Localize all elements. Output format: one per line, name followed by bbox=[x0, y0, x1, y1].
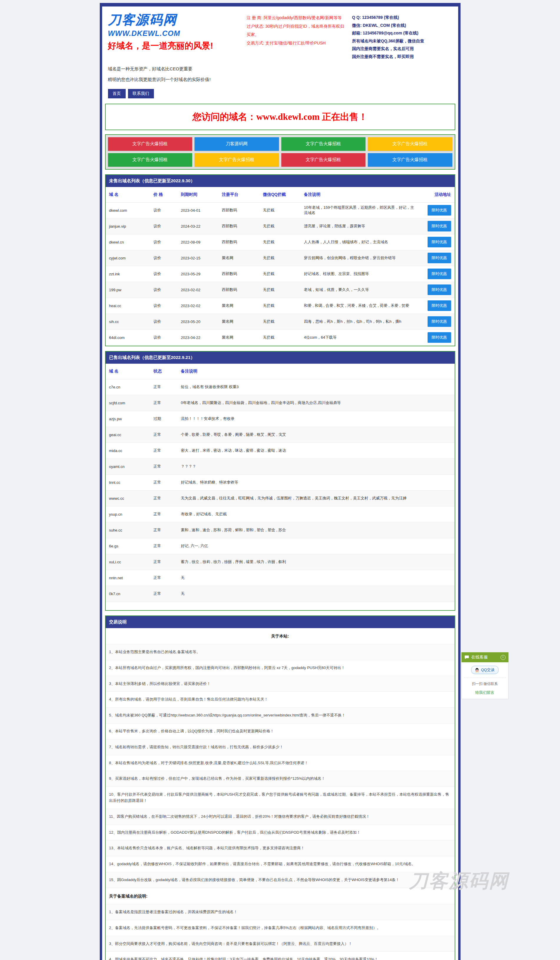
cell-remark: 人人热播，人人日报，绒端绒布，好记，主流域名 bbox=[304, 239, 419, 245]
main-container: 刀客源码网 WWW.DKEWL.COM 好域名，是一道亮丽的风景! 注 册 商:… bbox=[100, 3, 461, 960]
table-row: heai.cc 议价 2023-02-02 聚名网 无拦截 和爱 , 和蔼 , … bbox=[106, 298, 455, 314]
nav-button[interactable]: 联系我们 bbox=[128, 89, 154, 98]
table-row: azjs.pw 过期 流拍！！！！安卓技术，有收录 bbox=[106, 411, 455, 427]
site-description-line: 精明的您也许比我更能意识到一个好域名的实际价值! bbox=[108, 74, 452, 85]
cell-platform: 西部数码 bbox=[222, 271, 263, 277]
trade-note-row: 4、所有出售的域名，请勿用于非法站点，否则后果自负！售出后任何法律问题均与本站无… bbox=[106, 692, 455, 708]
limited-offer-button[interactable]: 限时优惠 bbox=[428, 332, 451, 343]
col-remark: 备注说明 bbox=[181, 369, 451, 374]
ad-slot[interactable]: 文字广告火爆招租 bbox=[195, 153, 279, 167]
cell-remark: 好记域名、特浓奶糖、特浓拿铁等 bbox=[181, 480, 451, 485]
contact-info-line: 所有域名均未被QQ,360屏蔽，微信自查 bbox=[352, 37, 452, 45]
cell-platform: 聚名网 bbox=[222, 335, 263, 340]
cell-platform: 聚名网 bbox=[222, 255, 263, 261]
cell-remark: 无 bbox=[181, 575, 451, 581]
cell-domain: mida.cc bbox=[109, 448, 154, 453]
customer-service-title: 在线客服 bbox=[471, 654, 488, 660]
ad-grid: 文字广告火爆招租 刀客源码网 文字广告火爆招租 文字广告火爆招租 文字广告火爆招… bbox=[105, 134, 455, 170]
qq-chat-button[interactable]: QQ交谈 bbox=[471, 666, 498, 674]
cell-block: 无拦截 bbox=[263, 335, 304, 340]
cell-domain: geai.cc bbox=[109, 433, 154, 437]
registrar-info-line: 过户状态: 30秒内过户到你指定ID，域名终身所有权归买家。 bbox=[247, 22, 347, 39]
table-row: mida.cc 正常 密大 , 迷打 , 米搭 , 密达 , 米达 , 咪达 ,… bbox=[106, 443, 455, 459]
unsold-panel-title: 未售出域名列表（信息已更新至2022.9.30） bbox=[106, 175, 455, 187]
contact-info-line: 邮箱: 123456789@qq.com (常在线) bbox=[352, 29, 452, 37]
limited-offer-button[interactable]: 限时优惠 bbox=[428, 221, 451, 232]
trade-note-row: 2、备案域名，无法提供备案帐号密码，不可更改备案资料，不保证不掉备案！据我们统计… bbox=[106, 920, 455, 936]
registrar-info: 注 册 商: 阿里云/godaddy/西部数码/爱名网/新网等等 过户状态: 3… bbox=[247, 11, 347, 61]
limited-offer-button[interactable]: 限时优惠 bbox=[428, 237, 451, 247]
sold-table-header: 域 名 状态 备注说明 bbox=[106, 364, 455, 379]
ad-slot[interactable]: 文字广告火爆招租 bbox=[108, 137, 193, 151]
trade-note-row: 4、因域名掉备案属不可抗力，域名不退不换，只做补偿！按售出时间：3天内万一掉备案… bbox=[106, 952, 455, 960]
ad-slot[interactable]: 刀客源码网 bbox=[195, 137, 279, 151]
col-platform: 注册平台 bbox=[222, 192, 263, 197]
limited-offer-button[interactable]: 限时优惠 bbox=[428, 300, 451, 311]
ad-slot[interactable]: 文字广告火爆招租 bbox=[368, 137, 452, 151]
table-row: jianjue.vip 议价 2024-03-22 西部数码 无拦截 漂亮屋，评… bbox=[106, 219, 455, 234]
cell-status: 正常 bbox=[154, 400, 181, 405]
trade-note-row: 1、本站业务范围主要是出售自己的域名,备案域名等。 bbox=[106, 644, 455, 660]
table-row: sih.cc 议价 2023-05-20 聚名网 无拦截 四海，思哈，死h，斯h… bbox=[106, 314, 455, 330]
cell-price: 议价 bbox=[154, 319, 181, 324]
cell-remark: 素和 , 速和 , 速合 , 苏和 , 苏荷 , 鲜和 , 塑和 , 塑合 , … bbox=[181, 527, 451, 533]
table-row: c7e.cn 正常 短位，域名有 快速收录权限 权重3 bbox=[106, 379, 455, 395]
contact-info-line: 微信: DKEWL_COM (常在线) bbox=[352, 21, 452, 29]
registrar-info-line: 注 册 商: 阿里云/godaddy/西部数码/爱名网/新网等等 bbox=[247, 14, 347, 22]
leave-message-link[interactable]: 给我们留言 bbox=[464, 690, 506, 695]
cell-remark: 密大 , 迷打 , 米搭 , 密达 , 米达 , 咪达 , 蜜搭 , 蜜达 , … bbox=[181, 448, 451, 453]
cell-remark: 好记域名、柱状图、左宗棠、找找图等 bbox=[304, 271, 419, 277]
contact-info: Q Q: 123456789 (常在线) 微信: DKEWL_COM (常在线)… bbox=[352, 11, 452, 61]
registrar-info-line: 交易方式: 支付宝/微信/银行汇款/带价PUSH bbox=[247, 39, 347, 47]
cell-action: 限时优惠 bbox=[419, 316, 451, 327]
qq-penguin-icon bbox=[475, 668, 479, 672]
table-row: scjfd.com 正常 0年老域名，四川聚隆达，四川金福袋，四川金福地，四川金… bbox=[106, 395, 455, 411]
col-status: 状态 bbox=[154, 369, 181, 374]
cell-domain: 0k7.cn bbox=[109, 592, 154, 596]
main-nav: 首页 联系我们 bbox=[102, 85, 458, 104]
cell-domain: cyjwl.com bbox=[109, 256, 154, 260]
col-action: 活动地址 bbox=[419, 192, 451, 197]
limited-offer-button[interactable]: 限时优惠 bbox=[428, 205, 451, 216]
cell-domain: xuLi.cc bbox=[109, 560, 154, 564]
ad-slot[interactable]: 文字广告火爆招租 bbox=[281, 153, 366, 167]
sold-table-rows: c7e.cn 正常 短位，域名有 快速收录权限 权重3 scjfd.com 正常… bbox=[106, 379, 455, 602]
cell-status: 正常 bbox=[154, 591, 181, 596]
cell-expire: 2023-02-15 bbox=[181, 256, 222, 260]
cell-price: 议价 bbox=[154, 239, 181, 245]
slogan: 好域名，是一道亮丽的风景! bbox=[108, 40, 242, 52]
table-row: oyamt.cn 正常 ？？？？ bbox=[106, 459, 455, 475]
trade-notes-panel: 交易说明 关于本站: 1、本站业务范围主要是出售自己的域名,备案域名等。 2、本… bbox=[105, 616, 455, 960]
cell-price: 议价 bbox=[154, 287, 181, 293]
ad-slot[interactable]: 文字广告火爆招租 bbox=[281, 137, 366, 151]
cell-action: 限时优惠 bbox=[419, 253, 451, 263]
trade-note-row: 7、域名如有转出需求，请提前告知，转出只接受直接付款！域名转出，打包无优惠，标价… bbox=[106, 739, 455, 755]
nav-button[interactable]: 首页 bbox=[108, 89, 126, 98]
trade-note-row: 1、备案域名是指原注册者注册备案过的域名，并因未续费原因产生的域名！ bbox=[106, 904, 455, 920]
cell-block: 无拦截 bbox=[263, 287, 304, 293]
cell-domain: oyamt.cn bbox=[109, 464, 154, 469]
cell-domain: dkewl.com bbox=[109, 208, 154, 213]
cell-domain: suhe.cc bbox=[109, 528, 154, 533]
cell-status: 正常 bbox=[154, 448, 181, 453]
cell-domain: scjfd.com bbox=[109, 401, 154, 405]
contact-info-line: Q Q: 123456789 (常在线) bbox=[352, 14, 452, 21]
cell-block: 无拦截 bbox=[263, 255, 304, 261]
limited-offer-button[interactable]: 限时优惠 bbox=[428, 316, 451, 327]
customer-service-header: 在线客服 i bbox=[461, 652, 509, 662]
cell-status: 正常 bbox=[154, 559, 181, 565]
logo-title: 刀客源码网 bbox=[108, 11, 242, 29]
cell-remark: 无 bbox=[181, 591, 451, 596]
cell-remark: 四海，思哈，死h，斯h，丝h，似h，司h，饲h，私h，撕h bbox=[304, 319, 419, 324]
ad-slot[interactable]: 文字广告火爆招租 bbox=[108, 153, 193, 167]
limited-offer-button[interactable]: 限时优惠 bbox=[428, 269, 451, 279]
limited-offer-button[interactable]: 限时优惠 bbox=[428, 253, 451, 263]
limited-offer-button[interactable]: 限时优惠 bbox=[428, 285, 451, 295]
cell-remark: 好记, 六一, 六亿 bbox=[181, 543, 451, 549]
info-icon[interactable]: i bbox=[501, 655, 506, 660]
table-row: 6e.gs 正常 好记, 六一, 六亿 bbox=[106, 538, 455, 554]
ad-slot[interactable]: 文字广告火爆招租 bbox=[368, 153, 452, 167]
cell-domain: c7e.cn bbox=[109, 385, 154, 389]
table-row: nntn.net 正常 无 bbox=[106, 570, 455, 586]
cell-action: 限时优惠 bbox=[419, 332, 451, 343]
